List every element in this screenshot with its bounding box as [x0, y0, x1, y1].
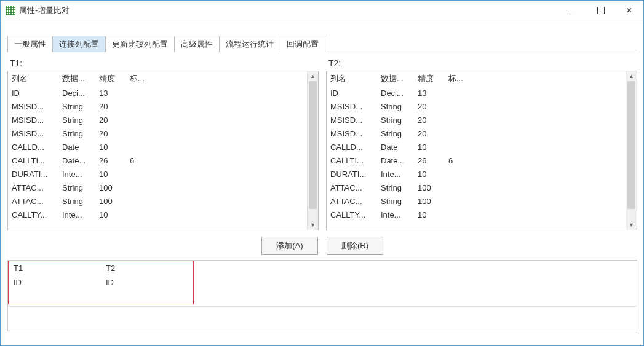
result-mapping[interactable]: T1 T2 ID ID	[7, 260, 637, 331]
grid-t1[interactable]: 列名 数据... 精度 标... IDDeci...13MSISD...Stri…	[8, 71, 307, 230]
add-button[interactable]: 添加(A)	[261, 237, 318, 255]
table-row[interactable]: CALLTY...Inte...10	[327, 208, 626, 221]
table-row[interactable]: MSISD...String20	[8, 113, 307, 127]
col-header-name[interactable]: 列名	[8, 71, 58, 86]
table-row[interactable]: CALLTI...Date...266	[8, 154, 307, 167]
table-row[interactable]: ATTAC...String100	[8, 194, 307, 208]
table-row[interactable]: ATTAC...String100	[8, 181, 307, 194]
result-cell-t1[interactable]: ID	[9, 275, 101, 289]
titlebar: 属性-增量比对	[1, 1, 643, 20]
scroll-down-icon[interactable]: ▼	[308, 220, 318, 230]
grid-t2[interactable]: 列名 数据... 精度 标... IDDeci...13MSISD...Stri…	[327, 71, 626, 230]
window-maximize-button[interactable]	[587, 1, 615, 20]
tab-callback[interactable]: 回调配置	[280, 36, 325, 52]
table-row[interactable]: MSISD...String20	[8, 100, 307, 113]
table-row[interactable]: IDDeci...13	[327, 86, 626, 100]
tab-update-compare[interactable]: 更新比较列配置	[105, 36, 175, 52]
table-row[interactable]: MSISD...String20	[8, 127, 307, 140]
pane-t1: T1: 列名 数据... 精度	[7, 55, 319, 230]
table-row[interactable]: MSISD...String20	[327, 113, 626, 127]
pane-t2: T2: 列名 数据... 精度	[326, 55, 637, 230]
table-row[interactable]: DURATI...Inte...10	[8, 167, 307, 181]
table-row[interactable]: CALLD...Date10	[8, 140, 307, 154]
col-header-dtype[interactable]: 数据...	[58, 71, 95, 86]
table-row[interactable]: ATTAC...String100	[327, 181, 626, 194]
col-header-prec[interactable]: 精度	[414, 71, 445, 86]
table-row[interactable]: CALLD...Date10	[327, 140, 626, 154]
scrollbar-t2[interactable]: ▲ ▼	[626, 71, 637, 230]
table-row[interactable]: CALLTI...Date...266	[327, 154, 626, 167]
col-header-scale[interactable]: 标...	[445, 71, 475, 86]
table-row[interactable]: CALLTY...Inte...10	[8, 208, 307, 221]
table-row[interactable]: DURATI...Inte...10	[327, 167, 626, 181]
col-header-scale[interactable]: 标...	[126, 71, 157, 86]
scrollbar-t1[interactable]: ▲ ▼	[307, 71, 318, 230]
scroll-down-icon[interactable]: ▼	[626, 220, 637, 230]
tab-advanced[interactable]: 高级属性	[174, 36, 220, 52]
result-header-t2[interactable]: T2	[101, 261, 193, 275]
window-minimize-button[interactable]	[559, 1, 587, 20]
tabstrip: 一般属性 连接列配置 更新比较列配置 高级属性 流程运行统计 回调配置	[7, 35, 637, 52]
app-icon	[6, 6, 15, 15]
table-row[interactable]: ATTAC...String100	[327, 194, 626, 208]
result-header-t1[interactable]: T1	[9, 261, 101, 275]
col-header-prec[interactable]: 精度	[95, 71, 126, 86]
pane-t1-label: T1:	[7, 55, 319, 71]
scroll-up-icon[interactable]: ▲	[308, 71, 318, 81]
col-header-name[interactable]: 列名	[327, 71, 377, 86]
tab-general[interactable]: 一般属性	[7, 36, 53, 52]
pane-t2-label: T2:	[326, 55, 637, 71]
window-close-button[interactable]	[615, 1, 643, 20]
delete-button[interactable]: 删除(R)	[327, 237, 383, 255]
col-header-dtype[interactable]: 数据...	[377, 71, 414, 86]
scroll-up-icon[interactable]: ▲	[626, 71, 637, 81]
result-row-empty	[9, 289, 193, 304]
table-row[interactable]: MSISD...String20	[327, 100, 626, 113]
table-row[interactable]: IDDeci...13	[8, 86, 307, 100]
result-cell-t2[interactable]: ID	[101, 275, 193, 289]
window-title: 属性-增量比对	[19, 5, 70, 16]
table-row[interactable]: MSISD...String20	[327, 127, 626, 140]
result-row: ID ID	[9, 275, 193, 289]
tab-run-stats[interactable]: 流程运行统计	[219, 36, 280, 52]
tab-join-columns[interactable]: 连接列配置	[52, 36, 106, 52]
